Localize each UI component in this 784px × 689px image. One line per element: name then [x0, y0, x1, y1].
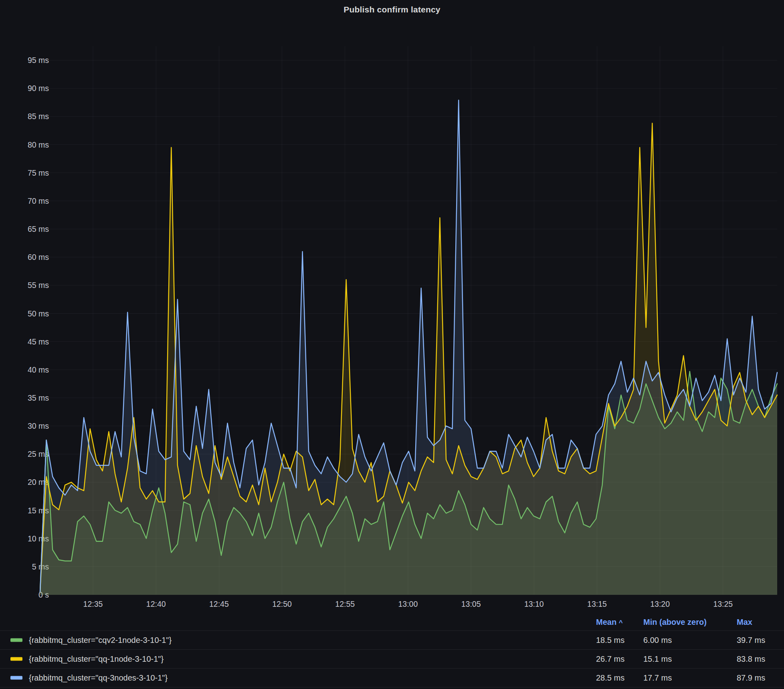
series-color-swatch[interactable] [10, 676, 22, 680]
svg-text:80 ms: 80 ms [28, 140, 49, 149]
svg-text:90 ms: 90 ms [28, 84, 49, 93]
latency-time-series-chart[interactable]: 0 s5 ms10 ms15 ms20 ms25 ms30 ms35 ms40 … [0, 0, 784, 614]
grafana-panel: Publish confirm latency 0 s5 ms10 ms15 m… [0, 0, 784, 689]
mean-header-label: Mean [596, 618, 616, 626]
sort-ascending-icon: ^ [619, 619, 623, 626]
legend-bottom-divider [0, 687, 784, 687]
legend-header-min[interactable]: Min (above zero) [643, 618, 707, 627]
svg-text:12:55: 12:55 [335, 600, 355, 608]
svg-text:13:25: 13:25 [713, 600, 733, 608]
svg-text:55 ms: 55 ms [28, 281, 49, 290]
svg-text:13:05: 13:05 [461, 600, 481, 608]
min-value: 17.7 ms [643, 673, 672, 683]
series-color-swatch[interactable] [10, 638, 22, 642]
series-label[interactable]: {rabbitmq_cluster="cqv2-1node-3-10-1"} [29, 636, 172, 645]
svg-text:40 ms: 40 ms [28, 365, 49, 374]
svg-text:12:40: 12:40 [146, 600, 166, 608]
legend-row-cqv2-1node: {rabbitmq_cluster="cqv2-1node-3-10-1"} 1… [0, 630, 784, 649]
legend-header-mean[interactable]: Mean ^ [596, 618, 623, 627]
svg-text:12:35: 12:35 [83, 600, 103, 608]
svg-text:13:20: 13:20 [650, 600, 670, 608]
legend-row-qq-1node: {rabbitmq_cluster="qq-1node-3-10-1"} 26.… [0, 649, 784, 668]
svg-text:60 ms: 60 ms [28, 253, 49, 261]
svg-text:70 ms: 70 ms [28, 197, 49, 205]
panel-title[interactable]: Publish confirm latency [0, 5, 784, 14]
svg-text:50 ms: 50 ms [28, 309, 49, 318]
svg-text:30 ms: 30 ms [28, 422, 49, 430]
mean-value: 18.5 ms [596, 636, 624, 645]
svg-text:75 ms: 75 ms [28, 168, 49, 177]
legend-header-row: Mean ^ Min (above zero) Max [0, 614, 784, 630]
mean-value: 26.7 ms [596, 655, 624, 664]
svg-text:12:45: 12:45 [209, 600, 229, 608]
mean-value: 28.5 ms [596, 673, 624, 683]
svg-text:65 ms: 65 ms [28, 225, 49, 233]
series-label[interactable]: {rabbitmq_cluster="qq-3nodes-3-10-1"} [29, 673, 168, 683]
svg-text:13:15: 13:15 [587, 600, 607, 608]
legend-table: Mean ^ Min (above zero) Max {rabbitmq_cl… [0, 614, 784, 687]
svg-text:13:10: 13:10 [524, 600, 544, 608]
legend-header-max[interactable]: Max [737, 618, 752, 627]
svg-text:45 ms: 45 ms [28, 337, 49, 346]
series-color-swatch[interactable] [10, 657, 22, 661]
max-value: 39.7 ms [737, 636, 765, 645]
max-value: 87.9 ms [737, 673, 765, 683]
svg-text:85 ms: 85 ms [28, 112, 49, 121]
svg-text:12:50: 12:50 [272, 600, 292, 608]
svg-text:35 ms: 35 ms [28, 393, 49, 402]
series-label[interactable]: {rabbitmq_cluster="qq-1node-3-10-1"} [29, 655, 164, 664]
svg-text:13:00: 13:00 [398, 600, 418, 608]
legend-row-qq-3nodes: {rabbitmq_cluster="qq-3nodes-3-10-1"} 28… [0, 668, 784, 687]
svg-text:95 ms: 95 ms [28, 56, 49, 65]
max-value: 83.8 ms [737, 655, 765, 664]
min-value: 6.00 ms [643, 636, 672, 645]
min-value: 15.1 ms [643, 655, 672, 664]
